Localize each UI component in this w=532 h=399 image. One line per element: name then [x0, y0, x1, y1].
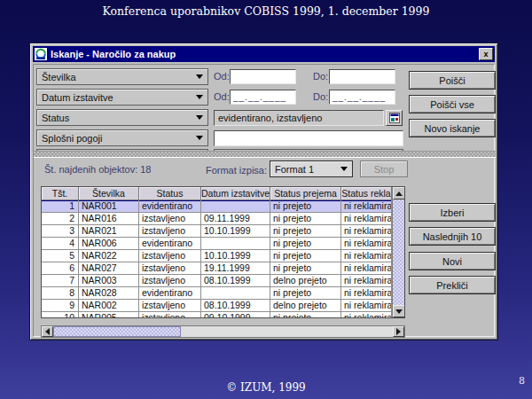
table-cell: 8: [42, 287, 79, 300]
table-cell: izstavljeno: [139, 262, 201, 275]
page-number: 8: [519, 375, 525, 387]
table-cell: ni reklamira: [341, 238, 392, 250]
table-cell: NAR002: [79, 300, 139, 312]
table-cell: delno prejeto: [270, 300, 341, 312]
chevron-down-icon: [196, 95, 203, 99]
table-cell: NAR028: [79, 287, 139, 300]
table-cell: ni reklamira: [341, 275, 392, 287]
table-cell: izstavljeno: [139, 300, 201, 312]
slide-header: Konferenca uporabnikov COBISS 1999, 1. d…: [0, 4, 532, 18]
format-select[interactable]: Format 1: [270, 160, 353, 177]
table-row[interactable]: 5NAR022izstavljeno10.10.1999ni prejetoni…: [42, 250, 392, 262]
table-cell: ni prejeto: [270, 250, 341, 262]
format-label: Format izpisa:: [194, 165, 267, 176]
table-row[interactable]: 7NAR003izstavljeno08.10.1999delno prejet…: [42, 275, 392, 287]
novi-button[interactable]: Novi: [409, 252, 496, 270]
table-row[interactable]: 8NAR028evidentiranoni prejetoni reklamir…: [42, 287, 392, 300]
column-header[interactable]: Tšt.: [42, 187, 79, 200]
table-row[interactable]: 9NAR002izstavljeno08.10.1999delno prejet…: [42, 300, 392, 312]
field-selector-label: Številka: [42, 72, 76, 82]
table-row[interactable]: 3NAR021izstavljeno10.10.1999ni prejetoni…: [42, 225, 392, 238]
table-cell: [201, 200, 270, 213]
table-row[interactable]: 4NAR006evidentiranoni prejetoni reklamir…: [42, 238, 392, 250]
naslednjih-10-button[interactable]: Naslednjih 10: [409, 227, 496, 246]
izberi-button[interactable]: Izberi: [409, 203, 496, 222]
column-header[interactable]: Status rekla: [341, 187, 392, 200]
vertical-scroll-thumb[interactable]: [393, 200, 404, 305]
table-row[interactable]: 2NAR016izstavljeno09.11.1999ni prejetoni…: [42, 213, 392, 225]
scroll-right-icon: [396, 328, 401, 335]
scroll-left-button[interactable]: [42, 326, 53, 337]
table-cell: ni reklamira: [341, 262, 392, 275]
table-cell: 10.10.1999: [201, 250, 270, 262]
novo-iskanje-button[interactable]: Novo iskanje: [409, 119, 496, 137]
column-header[interactable]: Status: [139, 187, 201, 200]
table-row[interactable]: 1NAR001evidentiranoni prejetoni reklamir…: [42, 200, 392, 213]
table-cell: ni reklamira: [341, 287, 392, 300]
table-cell: 10.10.1999: [201, 225, 270, 238]
horizontal-scrollbar[interactable]: [41, 325, 405, 338]
field-selector-datum[interactable]: Datum izstavitve: [36, 89, 208, 106]
scroll-up-button[interactable]: [393, 187, 405, 200]
stevilka-od-input[interactable]: [230, 69, 296, 84]
table-cell: 7: [42, 275, 79, 287]
poisci-vse-button[interactable]: Poišči vse: [409, 95, 496, 113]
datum-od-input[interactable]: [230, 90, 296, 105]
table-cell: ni reklamira: [341, 250, 392, 262]
scroll-down-button[interactable]: [393, 305, 405, 317]
slide-footer: © IZUM, 1999: [0, 381, 532, 394]
splosni-pogoji-input[interactable]: [214, 130, 403, 146]
preklici-button[interactable]: Prekliči: [409, 276, 496, 294]
horizontal-scroll-track[interactable]: [181, 326, 393, 337]
close-button[interactable]: x: [479, 48, 493, 60]
table-row[interactable]: 6NAR027izstavljeno19.11.1999ni prejetoni…: [42, 262, 392, 275]
scroll-up-icon: [395, 192, 403, 196]
field-selector-splosni-pogoji[interactable]: Splošni pogoji: [36, 129, 208, 146]
field-selector-label: Datum izstavitve: [42, 92, 113, 103]
poisci-button[interactable]: Poišči: [409, 71, 496, 90]
scroll-left-icon: [45, 328, 50, 335]
table-cell: evidentirano: [139, 200, 201, 213]
table-cell: 9: [42, 300, 79, 312]
column-header[interactable]: Datum izstavitve: [201, 187, 270, 200]
od-label: Od:: [214, 91, 230, 102]
table-row[interactable]: 10NAR005izstavljeno09.10.1999ni prejeton…: [42, 312, 392, 317]
status-value-field[interactable]: evidentirano, izstavljeno: [214, 110, 384, 126]
datum-do-input[interactable]: [329, 90, 395, 105]
table-cell: NAR005: [79, 312, 139, 317]
table-cell: NAR016: [79, 213, 139, 225]
window-titlebar[interactable]: Iskanje - Naročilo za nakup x: [33, 46, 495, 62]
stevilka-do-input[interactable]: [329, 69, 395, 84]
column-header[interactable]: Številka: [79, 187, 139, 200]
table-cell: 5: [42, 250, 79, 262]
field-selector-status[interactable]: Status: [36, 109, 208, 126]
results-table-body: 1NAR001evidentiranoni prejetoni reklamir…: [42, 200, 392, 317]
scroll-down-icon: [395, 309, 403, 314]
table-cell: izstavljeno: [139, 312, 201, 317]
table-cell: 08.10.1999: [201, 275, 270, 287]
table-cell: evidentirano: [139, 238, 201, 250]
table-cell: ni prejeto: [270, 287, 341, 300]
table-cell: izstavljeno: [139, 225, 201, 238]
table-cell: 19.11.1999: [201, 262, 270, 275]
chevron-down-icon: [196, 136, 203, 140]
search-window: Iskanje - Naročilo za nakup x Številka D…: [29, 43, 498, 340]
field-selector-label: Status: [42, 113, 69, 123]
table-cell: 09.10.1999: [201, 312, 270, 317]
chevron-down-icon: [340, 167, 348, 171]
column-header[interactable]: Status prejema: [270, 187, 341, 200]
pane-splitter[interactable]: [34, 151, 496, 158]
results-table-header: Tšt.ŠtevilkaStatusDatum izstavitveStatus…: [42, 187, 392, 200]
chevron-down-icon: [196, 74, 203, 79]
do-label: Do:: [313, 91, 328, 102]
table-cell: izstavljeno: [139, 250, 201, 262]
status-picker-button[interactable]: [386, 110, 403, 126]
table-cell: 08.10.1999: [201, 300, 270, 312]
table-cell: izstavljeno: [139, 213, 201, 225]
scroll-right-button[interactable]: [393, 326, 404, 337]
stop-button[interactable]: Stop: [360, 160, 408, 177]
field-selector-stevilka[interactable]: Številka: [36, 68, 208, 85]
vertical-scrollbar[interactable]: [392, 187, 404, 317]
table-cell: ni prejeto: [270, 312, 341, 317]
horizontal-scroll-thumb[interactable]: [53, 326, 181, 337]
